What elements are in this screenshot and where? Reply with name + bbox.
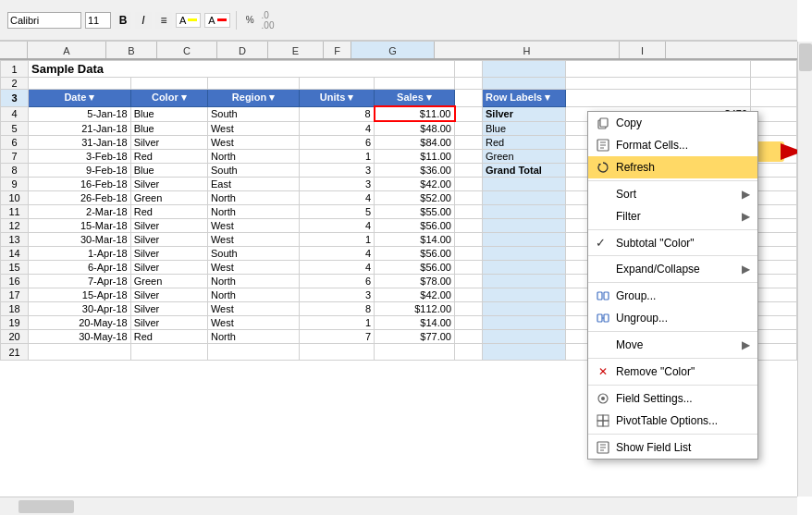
cell-e19[interactable]: $14.00 <box>375 316 455 330</box>
col-header-d[interactable]: D <box>217 42 268 58</box>
col-header-i[interactable]: I <box>620 42 666 58</box>
cell-e6[interactable]: $84.00 <box>375 136 455 150</box>
header-date[interactable]: Date ▾ <box>29 90 131 107</box>
cell-c9[interactable]: East <box>207 178 299 191</box>
cell-e5[interactable]: $48.00 <box>375 121 455 136</box>
cell-e20[interactable]: $77.00 <box>375 330 455 344</box>
cell-f21[interactable] <box>455 344 483 361</box>
cell-d12[interactable]: 4 <box>300 219 375 233</box>
cell-a12[interactable]: 15-Mar-18 <box>29 219 131 233</box>
cell-b5[interactable]: Blue <box>130 121 207 136</box>
cell-a11[interactable]: 2-Mar-18 <box>29 205 131 219</box>
cell-c14[interactable]: South <box>207 247 299 261</box>
cell-f12[interactable] <box>455 219 483 233</box>
cell-c20[interactable]: North <box>207 330 299 344</box>
cell-e8[interactable]: $36.00 <box>375 164 455 178</box>
cell-b10[interactable]: Green <box>130 191 207 205</box>
cell-g17[interactable] <box>483 288 566 302</box>
cell-c8[interactable]: South <box>207 164 299 178</box>
cell-f2[interactable] <box>455 78 483 90</box>
cell-c19[interactable]: West <box>207 316 299 330</box>
cell-a18[interactable]: 30-Apr-18 <box>29 302 131 316</box>
cell-d17[interactable]: 3 <box>300 288 375 302</box>
cell-a16[interactable]: 7-Apr-18 <box>29 275 131 288</box>
cell-a5[interactable]: 21-Jan-18 <box>29 121 131 136</box>
cell-c12[interactable]: West <box>207 219 299 233</box>
cell-g5[interactable]: Blue <box>483 121 566 136</box>
cell-h1[interactable] <box>566 61 751 78</box>
cell-f16[interactable] <box>455 275 483 288</box>
cell-g20[interactable] <box>483 330 566 344</box>
cell-d7[interactable]: 1 <box>300 150 375 164</box>
cell-a10[interactable]: 26-Feb-18 <box>29 191 131 205</box>
cell-c21[interactable] <box>207 344 299 361</box>
context-menu-item-move[interactable]: Move ▶ <box>588 334 757 356</box>
cell-f9[interactable] <box>455 178 483 191</box>
cell-a4[interactable]: 5-Jan-18 <box>29 106 131 121</box>
cell-f20[interactable] <box>455 330 483 344</box>
cell-g21[interactable] <box>483 344 566 361</box>
cell-g14[interactable] <box>483 247 566 261</box>
cell-a19[interactable]: 20-May-18 <box>29 316 131 330</box>
cell-g18[interactable] <box>483 302 566 316</box>
cell-e4[interactable]: $11.00 <box>375 106 455 121</box>
bold-button[interactable]: B <box>115 12 131 29</box>
cell-f7[interactable] <box>455 150 483 164</box>
cell-b19[interactable]: Silver <box>130 316 207 330</box>
cell-i3[interactable] <box>751 90 797 107</box>
cell-b21[interactable] <box>130 344 207 361</box>
header-region[interactable]: Region ▾ <box>207 90 299 107</box>
cell-g6[interactable]: Red <box>483 136 566 150</box>
cell-a8[interactable]: 9-Feb-18 <box>29 164 131 178</box>
cell-c13[interactable]: West <box>207 233 299 247</box>
italic-button[interactable]: I <box>135 12 152 29</box>
cell-b20[interactable]: Red <box>130 330 207 344</box>
cell-g11[interactable] <box>483 205 566 219</box>
cell-i2[interactable] <box>751 78 797 90</box>
cell-c5[interactable]: West <box>207 121 299 136</box>
cell-e21[interactable] <box>375 344 455 361</box>
percent-button[interactable]: % <box>242 13 258 27</box>
cell-d5[interactable]: 4 <box>300 121 375 136</box>
cell-f6[interactable] <box>455 136 483 150</box>
cell-a9[interactable]: 16-Feb-18 <box>29 178 131 191</box>
dec-inc[interactable]: .0 <box>262 10 275 20</box>
cell-e17[interactable]: $42.00 <box>375 288 455 302</box>
context-menu-item-refresh[interactable]: Refresh <box>588 156 757 178</box>
cell-d21[interactable] <box>300 344 375 361</box>
context-menu-item-group[interactable]: Group... <box>588 285 757 307</box>
col-header-a[interactable]: A <box>28 42 106 58</box>
align-button[interactable]: ≡ <box>155 12 172 29</box>
cell-f1[interactable] <box>455 61 483 78</box>
cell-b9[interactable]: Silver <box>130 178 207 191</box>
cell-b13[interactable]: Silver <box>130 233 207 247</box>
cell-e2[interactable] <box>375 78 455 90</box>
cell-c17[interactable]: North <box>207 288 299 302</box>
cell-d13[interactable]: 1 <box>300 233 375 247</box>
header-sales[interactable]: Sales ▾ <box>375 90 455 107</box>
cell-a21[interactable] <box>29 344 131 361</box>
cell-d16[interactable]: 6 <box>300 275 375 288</box>
cell-b7[interactable]: Red <box>130 150 207 164</box>
cell-c4[interactable]: South <box>207 106 299 121</box>
context-menu-item-copy[interactable]: Copy <box>588 112 757 134</box>
cell-b6[interactable]: Silver <box>130 136 207 150</box>
cell-g12[interactable] <box>483 219 566 233</box>
cell-h3[interactable] <box>566 90 751 107</box>
cell-e13[interactable]: $14.00 <box>375 233 455 247</box>
cell-a13[interactable]: 30-Mar-18 <box>29 233 131 247</box>
cell-g15[interactable] <box>483 261 566 275</box>
cell-g10[interactable] <box>483 191 566 205</box>
cell-f3[interactable] <box>455 90 483 107</box>
context-menu-item-filter[interactable]: Filter ▶ <box>588 205 757 227</box>
dec-dec[interactable]: .00 <box>262 20 275 31</box>
cell-e16[interactable]: $78.00 <box>375 275 455 288</box>
col-header-h[interactable]: H <box>435 42 620 58</box>
cell-b4[interactable]: Blue <box>130 106 207 121</box>
cell-d10[interactable]: 4 <box>300 191 375 205</box>
cell-d14[interactable]: 4 <box>300 247 375 261</box>
cell-a2[interactable] <box>29 78 131 90</box>
cell-g4[interactable]: Silver <box>483 106 566 121</box>
col-header-b[interactable]: B <box>106 42 157 58</box>
horizontal-scrollbar[interactable] <box>0 497 797 515</box>
